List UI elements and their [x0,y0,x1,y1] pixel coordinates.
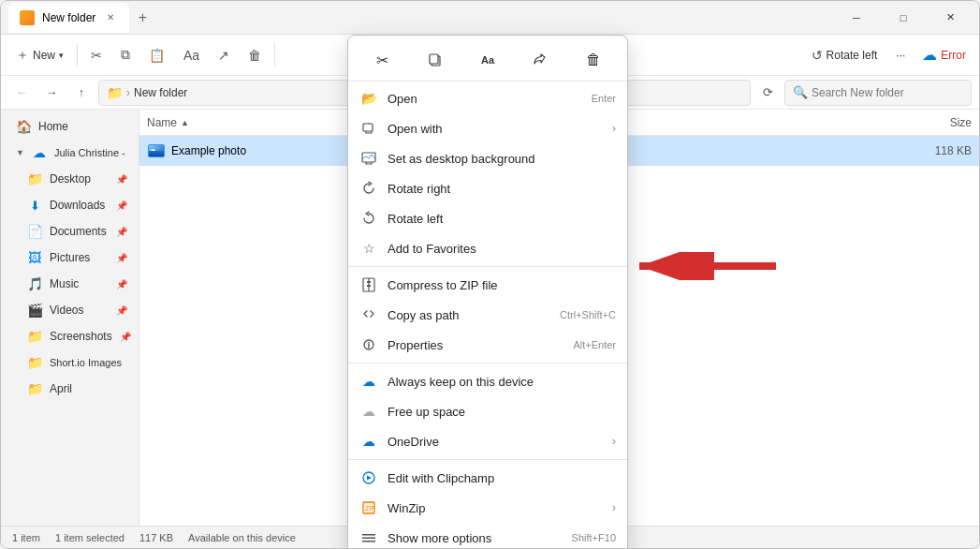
ctx-cut-button[interactable]: ✂ [365,45,399,75]
ctx-open-with-icon [359,119,378,138]
share-button[interactable]: ↗ [211,44,237,67]
ctx-always-keep-item[interactable]: ☁ Always keep on this device [348,366,627,396]
ctx-add-favorites-item[interactable]: ☆ Add to Favorites [348,233,627,263]
ctx-compress-zip-item[interactable]: Compress to ZIP file [348,270,627,300]
sidebar-screenshots-label: Screenshots [50,330,112,343]
sidebar-downloads-label: Downloads [50,199,105,212]
ctx-onedrive-label: OneDrive [388,435,603,449]
copy-icon: ⧉ [121,47,130,63]
sidebar-item-pictures[interactable]: 🖼 Pictures 📌 [5,245,135,271]
ctx-rotate-right-item[interactable]: Rotate right [348,173,627,203]
forward-button[interactable]: → [38,80,65,106]
size-column-header[interactable]: Size [897,116,972,129]
ctx-properties-label: Properties [388,338,563,352]
sidebar-desktop-label: Desktop [50,172,91,185]
ctx-onedrive-item[interactable]: ☁ OneDrive › [348,426,627,456]
rotate-left-icon: ↺ [812,48,823,63]
close-button[interactable]: ✕ [929,3,972,33]
rename-icon: Aa [183,48,199,63]
ctx-share-button[interactable] [523,45,557,75]
rename-button[interactable]: Aa [176,44,207,67]
window-controls: ─ □ ✕ [835,3,972,33]
videos-pin-icon: 📌 [116,305,127,316]
ctx-clipchamp-item[interactable]: Edit with Clipchamp [348,463,627,493]
ctx-more-options-item[interactable]: Show more options Shift+F10 [348,523,627,549]
ctx-delete-button[interactable]: 🗑 [577,45,610,75]
ctx-copy-path-item[interactable]: Copy as path Ctrl+Shift+C [348,300,627,330]
selected-size: 117 KB [139,532,173,543]
ctx-properties-item[interactable]: Properties Alt+Enter [348,330,627,360]
ctx-rotate-right-icon [359,179,378,198]
ctx-free-space-item[interactable]: ☁ Free up space [348,396,627,426]
item-count: 1 item [12,532,40,543]
main-window: New folder ✕ + ─ □ ✕ ＋ New ▾ ✂ ⧉ 📋 Aa [0,0,980,549]
selected-count: 1 item selected [55,532,124,543]
search-box[interactable]: 🔍 [784,80,972,106]
tab-title: New folder [42,11,95,24]
delete-button[interactable]: 🗑 [241,44,269,67]
sidebar-april-label: April [50,382,72,395]
documents-icon: 📄 [27,224,42,239]
svg-rect-1 [430,54,438,64]
availability-status: Available on this device [188,532,296,543]
tab-close-button[interactable]: ✕ [103,10,118,25]
size-column-label: Size [950,116,972,129]
ctx-open-item[interactable]: 📂 Open Enter [348,83,627,113]
sidebar-item-documents[interactable]: 📄 Documents 📌 [5,218,135,245]
ctx-set-desktop-label: Set as desktop background [388,152,616,166]
sidebar-item-desktop[interactable]: 📁 Desktop 📌 [5,166,135,192]
home-icon: 🏠 [16,119,31,134]
ctx-open-with-item[interactable]: Open with › [348,113,627,143]
desktop-icon: 📁 [27,171,42,186]
ctx-free-space-label: Free up space [388,405,616,419]
copy-button[interactable]: ⧉ [113,43,138,67]
sidebar-item-april[interactable]: 📁 April [5,376,135,402]
sidebar-item-shortio[interactable]: 📁 Short.io Images [5,349,135,376]
cut-button[interactable]: ✂ [83,44,110,67]
ctx-open-shortcut: Enter [592,93,616,104]
pictures-icon: 🖼 [27,250,42,265]
back-button[interactable]: ← [8,80,35,106]
search-input[interactable] [812,86,961,99]
ctx-set-desktop-icon [359,149,378,168]
music-pin-icon: 📌 [116,279,127,289]
minimize-button[interactable]: ─ [835,3,878,33]
ctx-always-keep-label: Always keep on this device [388,375,616,389]
sidebar-item-julia[interactable]: ▼ ☁ Julia Christine - [5,140,135,166]
ctx-set-desktop-item[interactable]: Set as desktop background [348,143,627,173]
new-tab-button[interactable]: + [129,5,155,31]
ctx-always-keep-icon: ☁ [359,372,378,391]
active-tab[interactable]: New folder ✕ [8,3,129,33]
new-dropdown-icon: ▾ [59,51,64,60]
sidebar-item-screenshots[interactable]: 📁 Screenshots 📌 [5,323,135,349]
ctx-more-options-icon [359,528,378,547]
separator-1 [77,44,78,67]
refresh-button[interactable]: ⟳ [754,80,781,106]
up-button[interactable]: ↑ [68,80,95,106]
sidebar: 🏠 Home ▼ ☁ Julia Christine - 📁 Desktop 📌… [1,110,139,526]
maximize-button[interactable]: □ [882,3,925,33]
sidebar-music-label: Music [50,277,79,290]
ctx-winzip-item[interactable]: ZIP WinZip › [348,493,627,523]
ctx-rotate-right-label: Rotate right [388,182,616,196]
rotate-left-button[interactable]: ↺ Rotate left [804,44,885,67]
new-button[interactable]: ＋ New ▾ [8,43,71,67]
paste-button[interactable]: 📋 [141,44,172,67]
sidebar-item-home[interactable]: 🏠 Home [5,113,135,140]
file-photo-icon [147,141,166,160]
title-bar: New folder ✕ + ─ □ ✕ [1,1,979,35]
ctx-rename-button[interactable]: Aa [471,45,505,75]
ctx-copy-button[interactable] [418,45,452,75]
ctx-more-options-shortcut: Shift+F10 [572,532,616,543]
ctx-rotate-left-item[interactable]: Rotate left [348,203,627,233]
toolbar-right: ↺ Rotate left ··· ☁ Error [804,44,972,67]
downloads-pin-icon: 📌 [116,200,127,211]
ctx-compress-icon [359,275,378,294]
ctx-copy-path-icon [359,305,378,324]
sidebar-item-downloads[interactable]: ⬇ Downloads 📌 [5,192,135,218]
sidebar-item-music[interactable]: 🎵 Music 📌 [5,271,135,297]
desktop-pin-icon: 📌 [116,174,127,185]
more-button[interactable]: ··· [888,45,913,66]
music-icon: 🎵 [27,276,42,291]
sidebar-item-videos[interactable]: 🎬 Videos 📌 [5,297,135,323]
